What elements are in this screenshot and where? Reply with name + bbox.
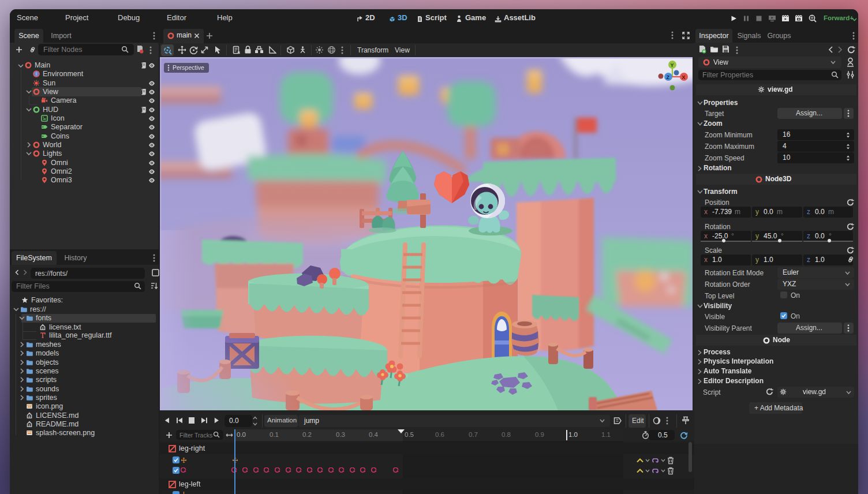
svg-text:Perspective: Perspective (173, 64, 204, 71)
svg-text:X: X (682, 74, 686, 80)
svg-text:Y: Y (671, 62, 674, 68)
svg-text:Z: Z (667, 74, 670, 80)
